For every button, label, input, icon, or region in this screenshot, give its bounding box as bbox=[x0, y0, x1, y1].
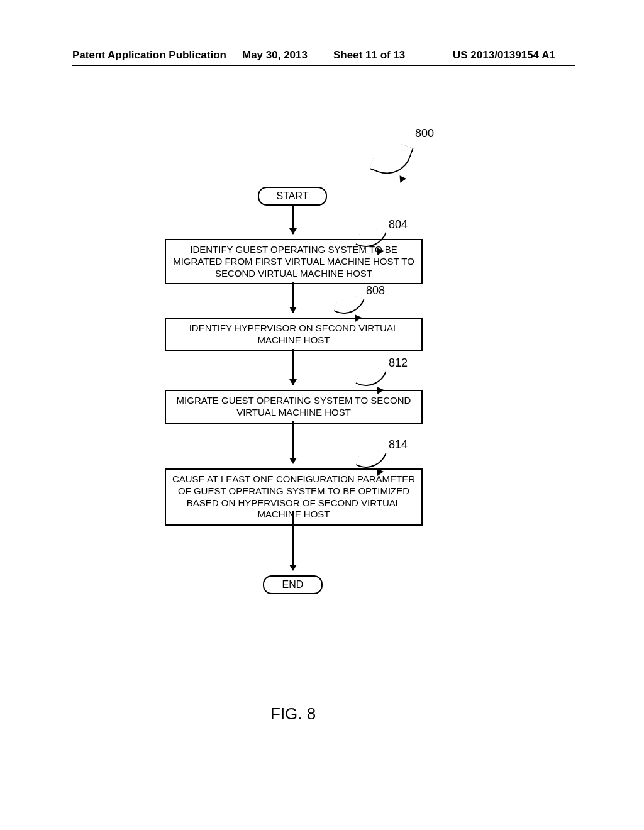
ref-812-pointer bbox=[355, 363, 387, 392]
arrow-804-to-808 bbox=[292, 282, 294, 313]
ref-812: 812 bbox=[389, 357, 408, 370]
header-rule bbox=[72, 65, 575, 66]
ref-800: 800 bbox=[415, 127, 434, 140]
figure-label: FIG. 8 bbox=[270, 704, 316, 724]
arrow-812-to-814 bbox=[292, 421, 294, 463]
ref-814: 814 bbox=[389, 438, 408, 451]
terminator-end: END bbox=[263, 575, 323, 594]
step-804: IDENTIFY GUEST OPERATING SYSTEM TO BE MI… bbox=[165, 239, 423, 284]
ref-808: 808 bbox=[366, 284, 385, 297]
arrow-808-to-812 bbox=[292, 349, 294, 385]
ref-808-pointer bbox=[333, 290, 365, 320]
header-sheet: Sheet 11 of 13 bbox=[333, 49, 405, 62]
ref-804: 804 bbox=[389, 218, 408, 231]
arrow-start-to-804 bbox=[292, 206, 294, 234]
ref-800-pointer bbox=[369, 136, 413, 180]
step-812: MIGRATE GUEST OPERATING SYSTEM TO SECOND… bbox=[165, 390, 423, 424]
header-date: May 30, 2013 bbox=[242, 49, 308, 62]
patent-page: Patent Application Publication May 30, 2… bbox=[0, 0, 644, 830]
header-pub-number: US 2013/0139154 A1 bbox=[453, 49, 555, 62]
arrow-814-to-end bbox=[292, 511, 294, 570]
header-publication: Patent Application Publication bbox=[72, 49, 226, 62]
terminator-start: START bbox=[258, 187, 327, 206]
step-808: IDENTIFY HYPERVISOR ON SECOND VIRTUAL MA… bbox=[165, 318, 423, 351]
step-814: CAUSE AT LEAST ONE CONFIGURATION PARAMET… bbox=[165, 468, 423, 526]
